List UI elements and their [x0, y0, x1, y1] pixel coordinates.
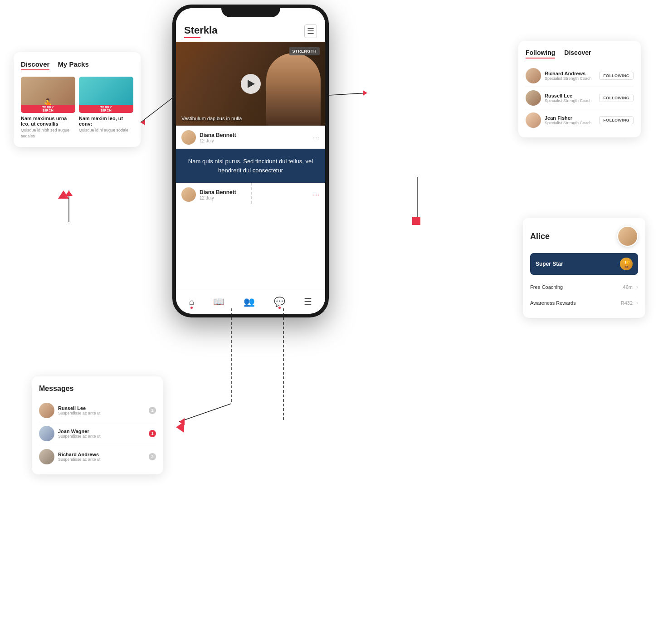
post-author-1: Diana Bennett — [200, 132, 236, 138]
discover-card: Discover My Packs 🏃 TERRYBIRCH Nam maxim… — [14, 52, 141, 147]
pack-label-1: TERRYBIRCH — [21, 105, 75, 113]
message-info-3: Richard Andrews Suspendisse ac ante ut — [58, 452, 149, 462]
post-info-1: Diana Bennett 12 July — [200, 132, 236, 143]
avatar — [526, 90, 541, 106]
tab-discover[interactable]: Discover — [21, 60, 49, 70]
following-button-2[interactable]: FOLLOWING — [599, 94, 634, 102]
coaching-row[interactable]: Free Coaching 46m › — [530, 279, 638, 295]
message-preview-3: Suspendisse ac ante ut — [58, 457, 149, 462]
message-name-1: Russell Lee — [58, 405, 149, 411]
following-card: Following Discover Richard Andrews Speci… — [518, 41, 641, 137]
chat-icon: 💬 — [274, 296, 285, 307]
avatar — [526, 112, 541, 128]
message-badge-3: 2 — [149, 453, 156, 460]
follower-role-1: Specialist Strength Coach — [545, 76, 599, 81]
hero-image[interactable]: STRENGTH Vestibulum dapibus in nulla — [176, 42, 325, 126]
hero-caption: Vestibulum dapibus in nulla — [181, 116, 242, 121]
phone-title-container: Sterkla — [184, 24, 217, 38]
list-item[interactable]: Russell Lee Specialist Strength Coach FO… — [526, 87, 634, 109]
list-item[interactable]: TERRYBIRCH Nam maxim leo, ut conv: Quisq… — [79, 77, 133, 139]
message-preview-2: Suspendisse ac ante ut — [58, 434, 149, 439]
more-options-icon[interactable]: ··· — [313, 134, 320, 141]
svg-line-2 — [329, 93, 367, 95]
list-item[interactable]: Jean Fisher Specialist Strength Coach FO… — [526, 109, 634, 131]
discover-tabs: Discover My Packs — [21, 60, 133, 70]
message-badge-1: 2 — [149, 407, 156, 414]
book-icon: 📖 — [213, 296, 224, 307]
chevron-right-icon: › — [636, 284, 638, 290]
more-options-icon[interactable]: ··· — [313, 191, 320, 198]
phone-notch — [221, 5, 280, 17]
message-name-2: Joan Wagner — [58, 429, 149, 434]
tab-underline — [21, 69, 49, 70]
following-button-1[interactable]: FOLLOWING — [599, 72, 634, 80]
following-button-3[interactable]: FOLLOWING — [599, 116, 634, 124]
follower-name-2: Russell Lee — [545, 93, 599, 98]
nav-home[interactable]: ⌂ — [189, 297, 195, 307]
chevron-right-icon: › — [636, 300, 638, 306]
pack-thumbnail-1: 🏃 TERRYBIRCH — [21, 77, 75, 113]
list-item[interactable]: Russell Lee Suspendisse ac ante ut 2 — [39, 399, 156, 422]
nav-library[interactable]: 📖 — [213, 296, 224, 307]
follower-name-1: Richard Andrews — [545, 71, 599, 76]
phone-screen: Sterkla ☰ STRENGTH Vestibulum dapibus in… — [176, 8, 325, 314]
list-item[interactable]: Richard Andrews Suspendisse ac ante ut 2 — [39, 445, 156, 468]
nav-messages[interactable]: 💬 — [274, 296, 285, 307]
list-item[interactable]: Joan Wagner Suspendisse ac ante ut 1 — [39, 422, 156, 445]
tab-mypacks[interactable]: My Packs — [58, 60, 88, 70]
message-preview-1: Suspendisse ac ante ut — [58, 411, 149, 415]
message-badge-2: 1 — [149, 430, 156, 437]
svg-line-7 — [179, 404, 231, 422]
rewards-label: Awareness Rewards — [530, 300, 576, 306]
avatar — [39, 403, 54, 418]
rewards-value: R432 — [621, 300, 633, 306]
post-date-1: 12 July — [200, 138, 236, 143]
message-info-1: Russell Lee Suspendisse ac ante ut — [58, 405, 149, 415]
svg-rect-5 — [412, 217, 420, 225]
menu-icon[interactable]: ☰ — [304, 24, 317, 38]
superstar-label: Super Star — [536, 261, 563, 267]
following-tab-underline — [526, 58, 555, 59]
nav-dot-msg — [278, 307, 281, 309]
svg-marker-1 — [141, 120, 145, 125]
rewards-row[interactable]: Awareness Rewards R432 › — [530, 295, 638, 311]
hero-figure — [266, 53, 321, 126]
play-icon — [248, 80, 255, 88]
follower-role-2: Specialist Strength Coach — [545, 98, 599, 103]
message-info-2: Joan Wagner Suspendisse ac ante ut — [58, 429, 149, 439]
messages-card: Messages Russell Lee Suspendisse ac ante… — [32, 376, 163, 474]
avatar — [181, 187, 196, 202]
tab-following[interactable]: Following — [526, 49, 555, 59]
follower-name-3: Jean Fisher — [545, 115, 599, 121]
follower-role-3: Specialist Strength Coach — [545, 121, 599, 125]
phone-mockup: Sterkla ☰ STRENGTH Vestibulum dapibus in… — [172, 5, 329, 317]
post-card-1: Diana Bennett 12 July ··· — [176, 126, 325, 149]
avatar — [39, 426, 54, 441]
phone-frame: Sterkla ☰ STRENGTH Vestibulum dapibus in… — [172, 5, 329, 317]
nav-community[interactable]: 👥 — [244, 296, 255, 307]
follower-info-2: Russell Lee Specialist Strength Coach — [545, 93, 599, 103]
alice-header: Alice — [530, 226, 638, 247]
coaching-value: 46m — [623, 284, 633, 290]
blue-text: Nam quis nisi purus. Sed tincidunt dui t… — [183, 157, 318, 175]
list-item[interactable]: Richard Andrews Specialist Strength Coac… — [526, 65, 634, 87]
nav-menu[interactable]: ☰ — [304, 296, 312, 307]
nav-dot — [190, 307, 193, 309]
pack-thumbnail-2: TERRYBIRCH — [79, 77, 133, 113]
following-tabs: Following Discover — [526, 49, 634, 59]
follower-info-1: Richard Andrews Specialist Strength Coac… — [545, 71, 599, 81]
avatar — [39, 449, 54, 464]
svg-line-0 — [141, 95, 176, 122]
avatar — [617, 226, 638, 247]
pack-label-2: TERRYBIRCH — [79, 105, 133, 113]
post-header-1: Diana Bennett 12 July ··· — [181, 130, 320, 145]
strength-badge: STRENGTH — [289, 47, 320, 55]
tab-discover-right[interactable]: Discover — [564, 49, 591, 59]
alice-card: Alice Super Star 🏆 Free Coaching 46m › A… — [523, 218, 645, 318]
list-item[interactable]: 🏃 TERRYBIRCH Nam maximus urna leo, ut co… — [21, 77, 75, 139]
svg-marker-3 — [363, 90, 367, 96]
superstar-row[interactable]: Super Star 🏆 — [530, 253, 638, 275]
home-icon: ⌂ — [189, 297, 195, 307]
coaching-label: Free Coaching — [530, 284, 563, 290]
play-button[interactable] — [241, 74, 261, 94]
